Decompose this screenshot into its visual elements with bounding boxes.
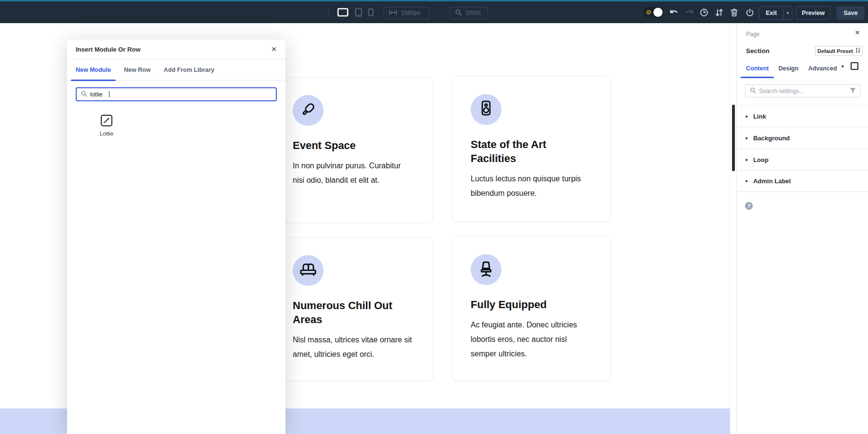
preset-sliders-icon xyxy=(855,48,860,54)
clock-icon xyxy=(700,8,708,17)
chevron-right-icon: ► xyxy=(745,114,749,119)
panel-element-title: Section xyxy=(746,47,770,54)
accordion-admin-label[interactable]: ► Admin Label xyxy=(737,170,868,192)
card-title: Event Space xyxy=(293,138,412,152)
redo-icon xyxy=(685,8,694,16)
insert-module-modal: Insert Module Or Row × New Module New Ro… xyxy=(67,40,285,434)
card-body: In non pulvinar purus. Curabitur nisi od… xyxy=(293,159,412,188)
chevron-down-icon[interactable]: ▾ xyxy=(783,7,792,19)
vertical-arrows-icon xyxy=(715,8,723,17)
search-icon xyxy=(81,90,87,99)
delete-button[interactable] xyxy=(730,8,738,17)
phone-view-button[interactable] xyxy=(368,8,374,16)
gear-icon: ⚙ xyxy=(646,9,651,16)
breadcrumb-page[interactable]: Page xyxy=(746,31,760,38)
sofa-icon xyxy=(298,259,319,282)
modal-header: Insert Module Or Row × xyxy=(67,40,285,59)
undo-button[interactable] xyxy=(669,8,678,16)
undo-icon xyxy=(669,8,678,16)
tablet-icon xyxy=(355,8,362,17)
exit-button[interactable]: Exit xyxy=(760,10,783,16)
preview-button[interactable]: Preview xyxy=(796,6,830,20)
viewport-width-field[interactable]: 1580px xyxy=(383,7,429,19)
history-button[interactable] xyxy=(700,8,708,17)
search-icon xyxy=(750,87,756,95)
desktop-icon xyxy=(337,8,349,17)
toggle-knob xyxy=(653,8,663,17)
viewport-width-value: 1580px xyxy=(401,10,420,16)
accordion-loop[interactable]: ► Loop xyxy=(737,149,868,170)
card-title: State of the Art Facilities xyxy=(471,137,590,165)
exit-visual-builder-button[interactable] xyxy=(746,8,754,17)
panel-tabs: Content Design Advanced xyxy=(746,63,837,74)
lottie-curve-icon xyxy=(101,115,112,126)
accordion-link[interactable]: ► Link xyxy=(737,105,868,127)
card-body: Nisl massa, ultrices vitae ornare sit am… xyxy=(293,333,412,362)
accordion-background[interactable]: ► Background xyxy=(737,127,868,149)
tab-design[interactable]: Design xyxy=(778,65,799,72)
zoom-level-value: 100% xyxy=(465,10,481,16)
settings-accordion-list: ► Link ► Background ► Loop ► Admin Label xyxy=(737,105,868,192)
trash-icon xyxy=(730,8,738,17)
builder-settings-toggle[interactable]: ⚙ xyxy=(643,7,664,18)
help-button[interactable]: ? xyxy=(745,202,753,210)
settings-search-box[interactable] xyxy=(745,84,861,97)
modal-close-button[interactable]: × xyxy=(269,44,279,54)
feature-card-facilities[interactable]: State of the Art Facilities Luctus lectu… xyxy=(452,76,611,222)
module-search-box[interactable] xyxy=(76,87,277,101)
width-resize-icon xyxy=(389,9,397,17)
module-result-lottie[interactable]: Lottie xyxy=(80,115,133,136)
feature-card-chill-out[interactable]: Numerous Chill Out Areas Nisl massa, ult… xyxy=(274,237,433,381)
save-button[interactable]: Save xyxy=(837,6,865,20)
chevron-down-icon[interactable]: ▾ xyxy=(841,64,844,69)
chevron-right-icon: ► xyxy=(745,179,749,183)
grip-handle-icon[interactable]: ⋮ xyxy=(325,7,332,18)
paddle-icon xyxy=(298,99,318,122)
tab-new-module[interactable]: New Module xyxy=(76,59,111,80)
feature-card-event-space[interactable]: Event Space In non pulvinar purus. Curab… xyxy=(274,77,433,223)
magnifier-icon xyxy=(455,9,462,17)
phone-icon xyxy=(368,8,374,16)
feature-icon-circle xyxy=(471,94,502,125)
settings-search-input[interactable] xyxy=(759,88,847,95)
tablet-view-button[interactable] xyxy=(355,8,362,17)
module-search-input[interactable] xyxy=(90,91,119,98)
canvas-scrollbar[interactable] xyxy=(732,105,735,171)
card-body: Luctus lectus non quisque turpis bibendu… xyxy=(471,172,590,201)
zoom-level-field[interactable]: 100% xyxy=(450,7,488,19)
card-title: Numerous Chill Out Areas xyxy=(293,298,412,326)
tab-add-from-library[interactable]: Add From Library xyxy=(163,59,214,80)
card-body: Ac feugiat ante. Donec ultricies loborti… xyxy=(471,318,590,361)
settings-panel: Page × Section Default Preset Content De… xyxy=(736,23,868,434)
default-preset-button[interactable]: Default Preset xyxy=(815,46,863,56)
redo-button[interactable] xyxy=(685,8,694,16)
text-cursor xyxy=(109,91,109,97)
detach-panel-icon[interactable] xyxy=(851,62,858,70)
close-icon: × xyxy=(271,44,276,54)
speaker-icon xyxy=(476,98,496,121)
chevron-right-icon: ► xyxy=(745,136,749,140)
desktop-view-button[interactable] xyxy=(337,8,349,17)
power-icon xyxy=(746,8,754,17)
preset-button-label: Default Preset xyxy=(817,48,853,54)
chevron-right-icon: ► xyxy=(745,158,749,162)
exit-split-button[interactable]: Exit ▾ xyxy=(759,6,792,20)
builder-toolbar: ⋮ 1580px 100% ⚙ Exit ▾ Preview Sa xyxy=(0,0,868,23)
card-title: Fully Equipped xyxy=(471,298,590,312)
tab-advanced[interactable]: Advanced xyxy=(808,65,837,72)
modal-tabs: New Module New Row Add From Library xyxy=(67,59,285,81)
filter-funnel-icon[interactable] xyxy=(850,87,856,95)
tab-new-row[interactable]: New Row xyxy=(124,59,151,80)
feature-icon-circle xyxy=(293,95,324,126)
feature-card-fully-equipped[interactable]: Fully Equipped Ac feugiat ante. Donec ul… xyxy=(452,236,611,381)
tab-content[interactable]: Content xyxy=(746,65,769,72)
page-settings-button[interactable] xyxy=(715,8,723,17)
modal-title: Insert Module Or Row xyxy=(76,40,140,59)
feature-icon-circle xyxy=(471,254,502,285)
feature-icon-circle xyxy=(293,255,324,286)
close-icon: × xyxy=(855,28,860,38)
panel-close-button[interactable]: × xyxy=(853,28,862,38)
module-result-label: Lottie xyxy=(80,131,133,136)
chair-icon xyxy=(475,258,497,281)
